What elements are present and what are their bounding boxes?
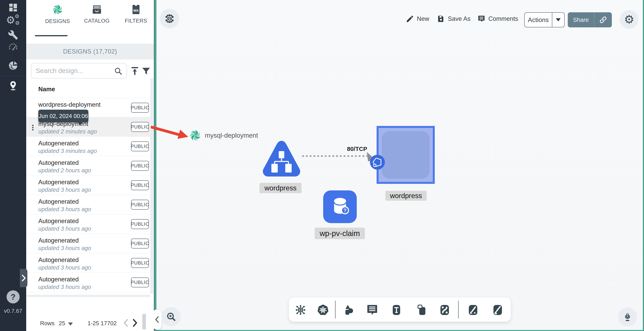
rows-per-page-select[interactable]: 25 (59, 320, 65, 327)
zoom-button[interactable] (162, 307, 181, 326)
pagination-scrollbar-thumb[interactable] (142, 314, 146, 330)
design-updated-text: updated 3 hours ago (38, 187, 91, 193)
rail-divider (1, 76, 25, 76)
share-label: Share (568, 16, 594, 23)
design-list-item[interactable]: Autogenerated updated 3 minutes ago PUBL… (26, 137, 150, 156)
comments-button[interactable]: Comments (477, 15, 518, 23)
tab-catalog[interactable]: CATALOG (78, 4, 116, 38)
tool-comment[interactable] (365, 303, 379, 317)
node-label-pvc: wp-pv-claim (315, 228, 365, 239)
comment-icon (477, 15, 486, 23)
new-button[interactable]: New (406, 15, 429, 23)
panel-expand-tab[interactable] (20, 269, 28, 287)
design-list-item[interactable]: Autogenerated updated 3 hours ago PUBLIC (26, 253, 150, 273)
dragged-design[interactable]: mysql-deployment (189, 129, 258, 142)
service-inner-shape (382, 131, 430, 179)
visibility-badge: PUBLIC (131, 278, 149, 287)
caret-down-icon[interactable] (68, 323, 73, 326)
pagination-range: 1-25 17702 (88, 320, 117, 327)
active-tab-indicator (35, 35, 68, 36)
design-list-item[interactable]: Autogenerated updated 3 hours ago PUBLIC (26, 234, 150, 253)
upload-design-button[interactable] (130, 66, 140, 77)
zoom-in-icon (166, 311, 176, 322)
pen-arrow-icon (467, 304, 480, 316)
settings-button[interactable]: ⚙ (620, 10, 638, 29)
tool-sketch[interactable] (491, 303, 505, 317)
dashboard-icon (8, 2, 18, 13)
tab-label: CATALOG (84, 18, 110, 24)
tool-shapes[interactable] (342, 303, 356, 317)
design-updated-text: updated 3 hours ago (38, 206, 91, 213)
caret-down-icon (556, 18, 560, 21)
sidebar-item-kanvas[interactable] (0, 79, 26, 92)
tool-frame[interactable] (415, 303, 428, 317)
visibility-badge: PUBLIC (131, 239, 149, 249)
location-pin-icon (8, 80, 18, 91)
filter-designs-button[interactable] (141, 66, 151, 77)
list-scrollbar-track[interactable] (150, 78, 153, 294)
help-button[interactable]: ? (6, 290, 20, 304)
design-name: Autogenerated (38, 140, 78, 147)
service-endpoint-handle[interactable] (369, 154, 386, 170)
visibility-badge: PUBLIC (131, 180, 149, 190)
funnel-icon (141, 66, 151, 76)
actions-button[interactable]: Actions (524, 12, 564, 27)
design-updated-text: updated 3 hours ago (38, 226, 91, 232)
pencil-swirl-icon (491, 304, 504, 316)
catalog-archive-icon (91, 4, 102, 15)
dragged-design-label: mysql-deployment (205, 132, 258, 139)
tab-label: FILTERS (125, 18, 147, 24)
row-menu-icon[interactable] (32, 124, 34, 131)
node-pvc-wp-pv-claim[interactable]: ? (323, 190, 357, 223)
tab-designs[interactable]: DESIGNS (39, 4, 76, 38)
design-mode-button[interactable] (618, 308, 637, 327)
design-list-item[interactable]: Autogenerated updated 3 hours ago PUBLIC (26, 214, 150, 234)
sidebar-item-performance[interactable] (0, 42, 26, 53)
sidebar-item-dashboard[interactable] (0, 1, 26, 13)
sidebar-item-configuration[interactable] (0, 29, 26, 41)
new-label: New (417, 15, 429, 22)
edge-deployment-to-service (302, 155, 371, 157)
design-list-item[interactable]: Autogenerated updated 3 hours ago PUBLIC (26, 273, 150, 292)
actions-dropdown[interactable] (552, 18, 564, 21)
previous-page-icon[interactable] (123, 319, 129, 327)
search-input[interactable] (36, 63, 111, 78)
save-as-button[interactable]: Save As (437, 15, 470, 23)
visibility-badge: PUBLIC (131, 258, 149, 268)
share-button[interactable]: Share (568, 12, 612, 27)
tool-kubernetes[interactable] (316, 303, 330, 317)
design-name: Autogenerated (38, 276, 78, 283)
next-page-icon[interactable] (132, 319, 138, 327)
list-footer-strip (26, 295, 150, 297)
design-name: Autogenerated (38, 256, 78, 264)
tool-siphon[interactable] (438, 303, 452, 317)
copy-link-button[interactable] (594, 16, 612, 24)
tool-annotate[interactable] (466, 303, 480, 317)
toolbar-divider (335, 301, 336, 319)
design-name: Autogenerated (38, 179, 78, 186)
design-name: Autogenerated (38, 198, 78, 205)
canvas-widgets-button[interactable] (160, 9, 179, 28)
tab-label: DESIGNS (45, 18, 70, 24)
design-list-item[interactable]: Autogenerated updated 3 hours ago PUBLIC (26, 195, 150, 214)
search-icon (114, 67, 123, 76)
sidebar-item-extensions[interactable] (0, 59, 26, 72)
design-updated-text: updated 3 minutes ago (38, 148, 97, 154)
design-list-item[interactable]: Autogenerated updated 3 hours ago PUBLIC (26, 176, 150, 195)
design-list-item[interactable]: Autogenerated updated 2 hours ago PUBLIC (26, 156, 150, 176)
visibility-badge: PUBLIC (131, 103, 149, 113)
visibility-badge: PUBLIC (131, 200, 149, 210)
sidebar-item-lifecycle[interactable]: ⚙ ⚙ ⚙ (0, 14, 26, 28)
pen-nib-icon (622, 311, 633, 323)
tool-components[interactable] (294, 303, 308, 317)
design-name: Autogenerated (38, 218, 78, 225)
comment-lines-icon (366, 304, 378, 316)
tab-filters[interactable]: WA FILTERS (117, 4, 155, 38)
tool-text[interactable] (390, 303, 404, 317)
meshery-kanvas-app: ⚙ ⚙ ⚙ (0, 0, 644, 331)
design-list: wordpress-deployment PUBLIC mysql-deploy… (26, 98, 150, 292)
node-deployment-wordpress[interactable] (260, 139, 303, 181)
node-label-service: wordpress (385, 191, 426, 201)
help-icon: ? (11, 293, 16, 302)
nav-rail: ⚙ ⚙ ⚙ (0, 0, 26, 331)
